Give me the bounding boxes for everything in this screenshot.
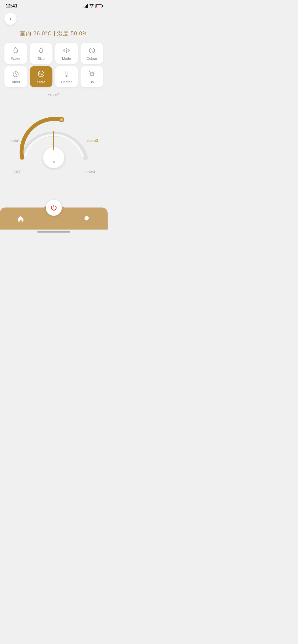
mode-label: Mode <box>62 56 71 61</box>
svg-point-28 <box>45 149 63 166</box>
colour-button[interactable]: Colour <box>81 43 103 64</box>
dial-label-state3: state3 <box>87 138 98 143</box>
svg-line-25 <box>90 76 91 76</box>
dial-wrapper[interactable]: state1 state3 OFF state4 <box>12 100 95 177</box>
mode-button[interactable]: Mode <box>55 43 78 64</box>
home-icon <box>17 215 24 222</box>
power-button[interactable] <box>46 200 62 216</box>
svg-line-7 <box>91 48 93 53</box>
water-icon <box>12 47 20 54</box>
timer-label: Timer <box>11 80 20 84</box>
svg-text:UV: UV <box>91 73 94 75</box>
svg-rect-12 <box>66 71 67 75</box>
dial-label-top: state2 <box>48 92 60 97</box>
heater-icon <box>63 70 70 78</box>
status-icons <box>84 4 102 9</box>
grid-row-2: Timer State Heater UV <box>0 66 108 87</box>
back-button[interactable] <box>4 13 17 25</box>
dial-section: state2 state1 state3 OFF state4 <box>0 90 108 182</box>
uv-label: UV <box>89 80 94 84</box>
wifi-icon <box>89 4 94 9</box>
dial-label-state1: state1 <box>10 138 20 143</box>
svg-point-33 <box>60 118 63 121</box>
svg-line-10 <box>16 74 17 75</box>
dial-label-state4: state4 <box>85 170 95 174</box>
svg-line-24 <box>94 72 94 72</box>
timer-icon <box>12 70 20 78</box>
bottom-nav <box>0 199 108 230</box>
status-bar: 12:41 <box>0 0 108 10</box>
home-indicator <box>37 231 70 233</box>
size-button[interactable]: Size <box>30 43 52 64</box>
svg-line-35 <box>88 220 90 222</box>
size-label: Size <box>38 56 44 61</box>
colour-label: Colour <box>87 56 97 61</box>
svg-line-22 <box>90 72 91 72</box>
size-icon <box>37 47 45 54</box>
svg-point-4 <box>66 49 67 50</box>
status-time: 12:41 <box>6 3 17 9</box>
uv-button[interactable]: UV UV <box>81 66 103 87</box>
dial-label-off: OFF <box>14 170 22 174</box>
colour-icon <box>88 47 96 54</box>
water-label: Water <box>11 56 20 61</box>
svg-point-5 <box>68 50 70 51</box>
svg-point-34 <box>84 216 89 220</box>
header-info: 室内 26.0°C | 湿度 50.0% <box>0 27 108 43</box>
state-button[interactable]: State <box>30 66 52 87</box>
search-button[interactable] <box>80 212 94 225</box>
search-icon <box>83 215 91 222</box>
battery-icon <box>95 4 102 8</box>
uv-icon: UV <box>88 70 96 78</box>
mode-icon <box>63 47 70 54</box>
timer-button[interactable]: Timer <box>4 66 27 87</box>
dial-svg[interactable] <box>12 100 95 177</box>
home-button[interactable] <box>14 212 28 225</box>
signal-icon <box>84 4 88 8</box>
grid-row-1: Water Size Mode Colour <box>0 43 108 64</box>
power-icon <box>50 204 57 211</box>
state-label: State <box>37 80 45 84</box>
water-button[interactable]: Water <box>4 43 27 64</box>
svg-line-23 <box>94 76 94 76</box>
heater-label: Heater <box>61 80 72 84</box>
svg-point-31 <box>53 161 55 163</box>
svg-point-3 <box>64 50 65 51</box>
state-icon <box>37 70 45 78</box>
heater-button[interactable]: Heater <box>55 66 78 87</box>
